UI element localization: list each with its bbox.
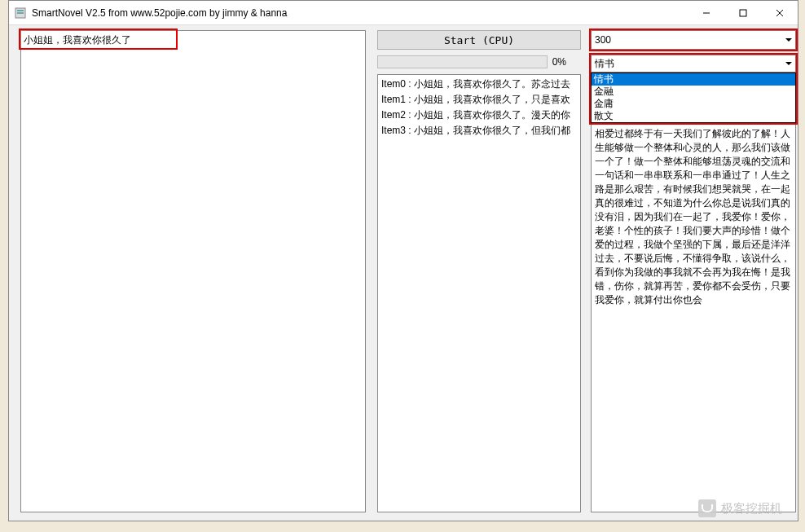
output-panel[interactable]: 相爱过都终于有一天我们了解彼此的了解！人生能够做一个整体和心灵的人，那么我们该做… [591, 74, 796, 512]
output-text: 相爱过都终于有一天我们了解彼此的了解！人生能够做一个整体和心灵的人，那么我们该做… [595, 127, 792, 307]
results-list[interactable]: Item0 : 小姐姐，我喜欢你很久了。苏念过去 Item1 : 小姐姐，我喜欢… [377, 74, 581, 512]
dropdown-option[interactable]: 散文 [592, 110, 795, 122]
app-icon [14, 7, 27, 20]
chevron-down-icon [785, 38, 792, 42]
list-item[interactable]: Item3 : 小姐姐，我喜欢你很久了，但我们都 [381, 123, 577, 138]
svg-rect-2 [17, 12, 24, 14]
progress-bar [377, 55, 548, 68]
titlebar: SmartNovel V2.5 from www.52pojie.com by … [9, 1, 798, 25]
app-window: SmartNovel V2.5 from www.52pojie.com by … [8, 0, 798, 521]
input-panel[interactable] [20, 30, 366, 512]
style-combobox-value: 情书 [595, 57, 614, 71]
minimize-button[interactable] [688, 1, 724, 24]
progress-container: 0% [377, 55, 566, 69]
progress-percent: 0% [552, 56, 566, 68]
window-title: SmartNovel V2.5 from www.52pojie.com by … [32, 7, 688, 19]
maximize-button[interactable] [724, 1, 761, 24]
dropdown-option[interactable]: 金庸 [592, 98, 795, 110]
watermark: 极客挖掘机 [698, 499, 782, 517]
svg-rect-4 [740, 10, 746, 16]
wechat-icon [698, 499, 716, 517]
list-item[interactable]: Item2 : 小姐姐，我喜欢你很久了。漫天的你 [381, 108, 577, 123]
dropdown-option[interactable]: 金融 [592, 86, 795, 98]
count-combobox[interactable]: 300 [591, 30, 796, 50]
svg-rect-1 [17, 10, 24, 11]
start-button[interactable]: Start (CPU) [377, 30, 581, 50]
list-item[interactable]: Item1 : 小姐姐，我喜欢你很久了，只是喜欢 [381, 92, 577, 108]
dropdown-option[interactable]: 情书 [592, 73, 795, 86]
watermark-text: 极客挖掘机 [721, 501, 782, 517]
style-combobox[interactable]: 情书 [591, 55, 796, 73]
start-button-label: Start (CPU) [444, 34, 514, 46]
window-controls [688, 1, 798, 24]
count-combobox-value: 300 [595, 34, 611, 46]
list-item[interactable]: Item0 : 小姐姐，我喜欢你很久了。苏念过去 [381, 77, 577, 92]
chevron-down-icon [785, 62, 792, 65]
close-button[interactable] [761, 1, 798, 24]
input-text[interactable]: 小姐姐，我喜欢你很久了 [24, 33, 131, 47]
style-dropdown-list[interactable]: 情书 金融 金庸 散文 [591, 73, 796, 123]
client-area: 小姐姐，我喜欢你很久了 Start (CPU) 300 0% Item0 : 小… [9, 25, 798, 521]
